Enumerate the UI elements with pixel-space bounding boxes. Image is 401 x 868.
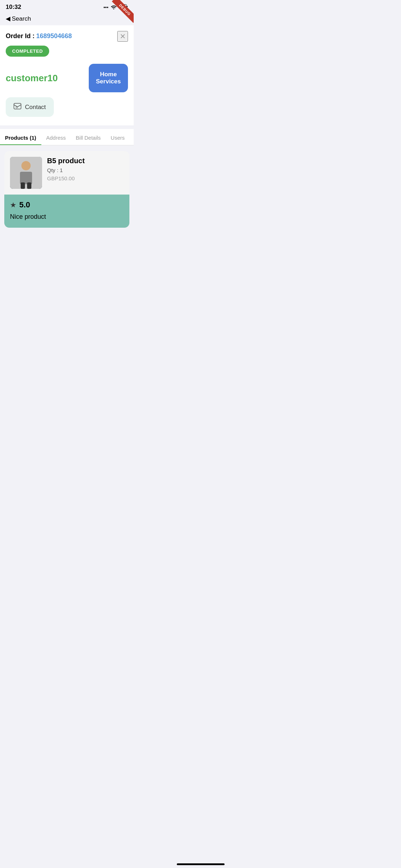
customer-row: customer10 Home Services [6, 64, 128, 92]
svg-rect-8 [20, 172, 32, 184]
svg-rect-10 [27, 182, 31, 189]
product-details: B5 product Qty : 1 GBP150.00 [47, 157, 124, 181]
order-id-row: Order Id : 1689504668 [6, 32, 128, 40]
debug-ribbon: DEBUG [105, 0, 134, 29]
close-icon: ✕ [120, 32, 126, 41]
contact-icon [14, 102, 21, 112]
svg-rect-2 [14, 103, 21, 109]
home-services-button[interactable]: Home Services [89, 64, 128, 92]
star-icon: ★ [10, 201, 16, 209]
tabs-container: Products (1) Address Bill Details Users [0, 129, 134, 145]
tabs-row: Products (1) Address Bill Details Users [0, 129, 134, 145]
back-arrow-icon: ◀ [6, 15, 10, 22]
review-text: Nice product [10, 213, 124, 221]
tab-products[interactable]: Products (1) [0, 129, 41, 145]
order-id-label: Order Id : [6, 32, 35, 40]
svg-rect-9 [21, 182, 25, 189]
contact-button[interactable]: Contact [6, 97, 54, 117]
product-name: B5 product [47, 157, 124, 165]
main-card: ✕ Order Id : 1689504668 COMPLETED custom… [0, 25, 134, 125]
review-rating-row: ★ 5.0 [10, 200, 124, 210]
debug-label: DEBUG [112, 0, 134, 23]
rating-value: 5.0 [19, 200, 30, 210]
customer-name: customer10 [6, 73, 58, 84]
home-services-label: Home Services [96, 71, 121, 86]
product-qty: Qty : 1 [47, 167, 124, 173]
tab-address[interactable]: Address [41, 129, 71, 145]
product-info-row: B5 product Qty : 1 GBP150.00 [4, 151, 129, 195]
contact-label: Contact [25, 104, 46, 111]
tab-bill-details[interactable]: Bill Details [71, 129, 106, 145]
status-badge: COMPLETED [6, 46, 49, 57]
status-time: 10:32 [6, 4, 21, 11]
product-image [10, 157, 42, 189]
product-card: B5 product Qty : 1 GBP150.00 ★ 5.0 Nice … [4, 151, 129, 228]
nav-back-label: Search [12, 15, 31, 22]
svg-point-7 [21, 161, 31, 170]
product-price: GBP150.00 [47, 175, 124, 181]
products-section: B5 product Qty : 1 GBP150.00 ★ 5.0 Nice … [0, 145, 134, 233]
nav-back-button[interactable]: ◀ Search [6, 15, 31, 22]
close-button[interactable]: ✕ [117, 31, 128, 42]
review-section: ★ 5.0 Nice product [4, 195, 129, 228]
tab-users[interactable]: Users [106, 129, 130, 145]
order-id-value: 1689504668 [36, 32, 72, 40]
